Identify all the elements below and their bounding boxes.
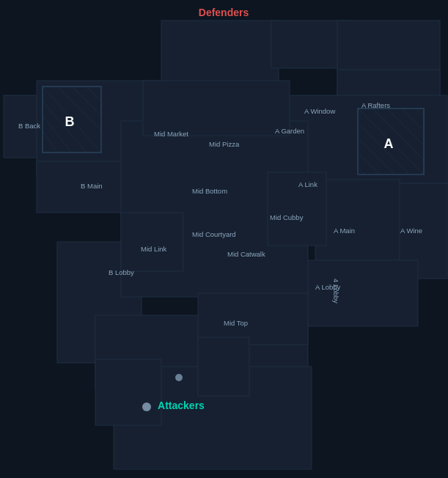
svg-point-40 — [142, 402, 151, 411]
svg-rect-0 — [161, 21, 279, 87]
svg-text:A Window: A Window — [304, 107, 335, 115]
svg-text:Mid Courtyard: Mid Courtyard — [192, 230, 236, 238]
svg-text:Mid Top: Mid Top — [224, 319, 248, 327]
svg-rect-15 — [121, 213, 183, 271]
svg-rect-7 — [293, 260, 418, 326]
svg-rect-20 — [198, 337, 249, 396]
svg-text:Mid Market: Mid Market — [154, 130, 188, 138]
svg-text:A Rafters: A Rafters — [361, 101, 390, 109]
svg-text:A Main: A Main — [334, 227, 355, 235]
map-svg: Defenders Attackers B A B Back B Main B … — [0, 0, 448, 478]
svg-text:Defenders: Defenders — [199, 7, 249, 18]
svg-text:Mid Link: Mid Link — [141, 245, 167, 253]
svg-text:A Link: A Link — [298, 180, 317, 188]
svg-point-39 — [175, 374, 183, 381]
svg-text:B Main: B Main — [81, 182, 103, 190]
svg-text:A Wine: A Wine — [400, 227, 422, 235]
svg-text:B: B — [65, 114, 75, 129]
map-container: Defenders Attackers B A B Back B Main B … — [0, 0, 448, 478]
svg-text:Mid Cubby: Mid Cubby — [270, 213, 304, 221]
svg-text:Mid Pizza: Mid Pizza — [209, 140, 240, 148]
svg-text:Mid Catwalk: Mid Catwalk — [227, 250, 265, 258]
svg-text:Mid Bottom: Mid Bottom — [192, 187, 227, 195]
svg-text:B Back: B Back — [18, 122, 40, 130]
svg-text:A: A — [384, 136, 394, 151]
svg-text:B Lobby: B Lobby — [109, 268, 134, 276]
svg-text:4 Lobby: 4 Lobby — [332, 279, 340, 304]
svg-rect-18 — [95, 359, 161, 425]
svg-text:A Garden: A Garden — [275, 127, 304, 135]
svg-rect-13 — [143, 81, 290, 136]
svg-text:Attackers: Attackers — [158, 400, 205, 411]
svg-rect-14 — [268, 172, 326, 246]
